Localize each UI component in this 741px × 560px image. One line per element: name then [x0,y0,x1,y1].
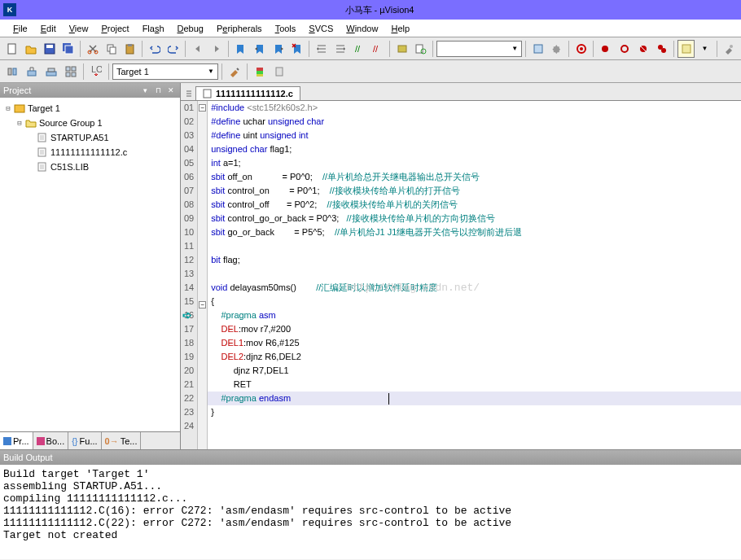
open-file-button[interactable] [22,40,39,58]
find-button[interactable] [393,40,410,58]
rebuild-button[interactable] [42,63,60,81]
debug-button[interactable] [572,40,590,58]
code-line[interactable]: { [208,295,741,308]
tree-file[interactable]: STARTUP.A51 [3,130,177,145]
code-line[interactable]: DEL:mov r7,#200 [208,322,741,336]
panel-pin-button[interactable]: ⊓ [152,85,164,96]
bookmark-clear-button[interactable] [288,40,305,58]
menu-project[interactable]: Project [94,22,135,35]
save-button[interactable] [41,40,58,58]
menu-peripherals[interactable]: Peripherals [210,22,269,35]
prev-bookmark-button[interactable] [189,40,206,58]
bookmark-prev-button[interactable] [251,40,268,58]
tab-templates[interactable]: 0→Te... [102,432,142,449]
batch-build-button[interactable] [62,63,80,81]
tree-file[interactable]: C51S.LIB [3,160,177,174]
cut-button[interactable] [84,40,101,58]
code-line[interactable]: DEL1:mov R6,#125 [208,336,741,350]
manage-files-button[interactable] [270,63,288,81]
code-line[interactable]: sbit go_or_back = P5^5; //单片机给J1 J1继电器开关… [208,225,741,239]
breakpoint-button[interactable] [597,40,614,58]
code-line[interactable]: sbit control_on = P0^1; //接收模块传给单片机的打开信号 [208,184,741,198]
find-in-files-button[interactable] [412,40,429,58]
dropdown-button[interactable]: ▼ [696,40,713,58]
fold-toggle[interactable]: − [199,301,206,308]
paste-button[interactable] [121,40,138,58]
code-line[interactable] [208,239,741,253]
tab-functions[interactable]: {}Fu... [68,432,101,449]
menu-view[interactable]: View [63,22,95,35]
code-line[interactable]: int a=1; [208,156,741,170]
tree-target[interactable]: ⊟ Target 1 [3,101,177,116]
project-tree[interactable]: ⊟ Target 1 ⊟ Source Group 1 STARTUP.A511… [0,98,180,431]
menu-debug[interactable]: Debug [171,22,210,35]
menu-flash[interactable]: Flash [136,22,171,35]
window-button[interactable] [677,40,695,58]
breakpoint-kill-button[interactable] [634,40,651,58]
copy-button[interactable] [103,40,120,58]
tree-group[interactable]: ⊟ Source Group 1 [3,116,177,130]
download-button[interactable]: LOAD [87,63,105,81]
tab-books[interactable]: Bo... [33,432,69,449]
code-line[interactable]: sbit control_go_or_back = P0^3; //接收模块传给… [208,212,741,225]
code-line[interactable] [208,419,741,433]
bookmark-button[interactable] [232,40,249,58]
code-line[interactable]: #pragma endasm [208,392,741,405]
breakpoint-disable-button[interactable] [616,40,633,58]
editor-tab[interactable]: 11111111111112.c [195,86,300,100]
build-output-content[interactable]: Build target 'Target 1' assembling START… [0,465,741,559]
menu-svcs[interactable]: SVCS [302,22,340,35]
find-combo[interactable]: ▼ [436,41,522,57]
code-line[interactable]: #define uint unsigned int [208,129,741,142]
configure-button[interactable] [529,40,546,58]
collapse-icon[interactable]: ⊟ [3,104,13,112]
file-icon [36,132,49,143]
code-line[interactable]: sbit control_off = P0^2; //接收模块传给单片机的关闭信… [208,198,741,212]
menu-window[interactable]: Window [340,22,384,35]
menu-edit[interactable]: Edit [34,22,63,35]
outdent-button[interactable] [331,40,349,58]
bookmark-next-button[interactable] [270,40,287,58]
code-line[interactable]: bit flag; [208,253,741,267]
next-bookmark-button[interactable] [208,40,225,58]
code-line[interactable]: djnz R7,DEL1 [208,364,741,378]
breakpoint-enable-button[interactable] [653,40,670,58]
indent-button[interactable] [313,40,330,58]
panel-dropdown-button[interactable]: ▾ [139,85,151,96]
target-options-button[interactable] [226,63,243,81]
new-file-button[interactable] [3,40,20,58]
code-line[interactable]: RET [208,378,741,392]
collapse-icon[interactable]: ⊟ [15,119,24,127]
code-line[interactable]: #pragma asm [208,308,741,322]
translate-button[interactable] [3,63,21,81]
comment-button[interactable]: // [350,40,367,58]
code-line[interactable]: #define uchar unsigned char [208,115,741,129]
code-line[interactable]: } [208,405,741,419]
code-content[interactable]: http://blog.csdn.net/ #include <stc15f2k… [208,101,741,449]
code-line[interactable] [208,267,741,281]
fold-toggle[interactable]: − [199,104,206,112]
tree-file[interactable]: 11111111111112.c [3,145,177,160]
tools-button[interactable] [721,40,738,58]
svg-rect-44 [3,437,11,445]
redo-button[interactable] [164,40,182,58]
tab-list-button[interactable] [182,87,195,100]
code-line[interactable]: void delayasm50ms() //汇编延时以增加软件延时精度 [208,281,741,295]
code-editor[interactable]: 01020304050607080910111213141516➪1718192… [181,101,741,449]
undo-button[interactable] [146,40,163,58]
manage-button[interactable] [251,63,269,81]
code-line[interactable]: #include <stc15f2k60s2.h> [208,101,741,115]
code-line[interactable]: DEL2:djnz R6,DEL2 [208,350,741,364]
menu-file[interactable]: File [7,22,34,35]
tab-project[interactable]: Pr... [0,432,33,449]
menu-help[interactable]: Help [384,22,416,35]
panel-close-button[interactable]: ✕ [165,85,177,96]
target-combo[interactable]: Target 1 ▼ [112,63,218,80]
code-line[interactable]: sbit off_on = P0^0; //单片机给总开关继电器输出总开关信号 [208,170,741,184]
menu-tools[interactable]: Tools [269,22,303,35]
build-button[interactable] [23,63,41,81]
options-button[interactable] [548,40,565,58]
save-all-button[interactable] [59,40,77,58]
code-line[interactable]: unsigned char flag1; [208,142,741,156]
uncomment-button[interactable]: // [369,40,386,58]
